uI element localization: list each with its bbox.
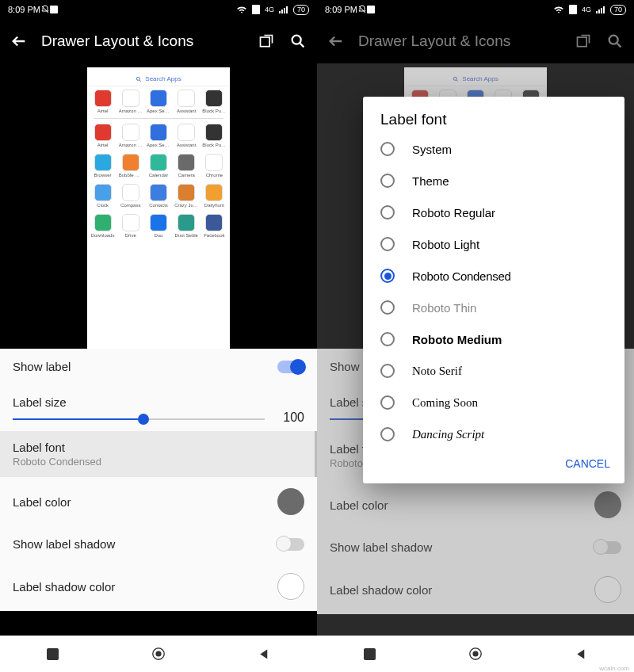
- app-item: Duo: [147, 214, 170, 238]
- battery-icon: 70: [293, 5, 309, 15]
- radio-icon: [380, 142, 395, 156]
- nav-back-icon[interactable]: [257, 647, 271, 661]
- show-label-text: Show label: [13, 360, 277, 373]
- font-option-label: Dancing Script: [412, 428, 484, 441]
- settings-panel: Show label Label size 100 Label font Rob…: [0, 349, 317, 611]
- status-bar: 8:09 PM 4G 70: [0, 0, 317, 19]
- svg-rect-1: [252, 5, 260, 14]
- svg-point-3: [292, 36, 301, 44]
- signal-icon: [596, 6, 605, 13]
- app-item: Airtel: [91, 90, 115, 113]
- app-item: Assistant: [174, 90, 198, 113]
- status-bar: 8:09 PM 4G 70: [317, 0, 634, 19]
- show-label-switch[interactable]: [277, 361, 304, 373]
- page-title: Drawer Layout & Icons: [358, 32, 561, 50]
- sim-icon: [252, 5, 260, 14]
- font-option[interactable]: Roboto Condensed: [363, 260, 624, 292]
- font-option[interactable]: Dancing Script: [363, 418, 624, 450]
- label-size-value: 100: [283, 410, 304, 425]
- shadow-color-swatch[interactable]: [277, 573, 304, 600]
- font-option[interactable]: Coming Soon: [363, 387, 624, 418]
- label-font-dialog: Label font SystemThemeRoboto RegularRobo…: [363, 97, 624, 483]
- show-shadow-switch[interactable]: [277, 538, 304, 551]
- app-item: Browser: [91, 154, 115, 178]
- font-option[interactable]: Roboto Light: [363, 228, 624, 260]
- cancel-button[interactable]: CANCEL: [565, 457, 610, 470]
- label-size-text: Label size: [13, 384, 304, 418]
- app-item: Facebook: [202, 214, 226, 238]
- navigation-bar: [317, 636, 634, 672]
- app-item: Crazy Juicer: [174, 184, 198, 208]
- svg-rect-9: [569, 5, 577, 14]
- drawer-search: Search Apps: [89, 72, 228, 86]
- app-item: Bubble Story: [119, 154, 143, 178]
- svg-point-15: [472, 651, 478, 656]
- app-item: Airtel: [91, 124, 115, 147]
- font-option-label: Roboto Regular: [412, 206, 495, 220]
- app-item: Amazon Sh…: [119, 90, 143, 113]
- svg-rect-2: [261, 37, 270, 47]
- label-color-row[interactable]: Label color: [0, 477, 317, 526]
- font-option[interactable]: Theme: [363, 165, 624, 197]
- battery-icon: 70: [610, 5, 626, 15]
- app-item: Chrome: [202, 154, 226, 178]
- sim-icon: [569, 5, 577, 14]
- notification-mute-icon: [357, 5, 367, 14]
- app-bar: Drawer Layout & Icons: [317, 19, 634, 63]
- font-option[interactable]: Roboto Thin: [363, 292, 624, 323]
- font-option-label: Roboto Medium: [412, 333, 502, 346]
- font-option-label: Roboto Light: [412, 238, 479, 251]
- radio-icon: [380, 300, 395, 315]
- network-label: 4G: [265, 6, 274, 13]
- drawer-preview: Search Apps AirtelAmazon Sh…Apex Settin……: [87, 67, 230, 349]
- font-option[interactable]: Roboto Regular: [363, 197, 624, 228]
- app-item: Dailyhunt: [202, 184, 226, 208]
- radio-icon: [380, 332, 395, 346]
- app-item: Apex Settin…: [147, 124, 170, 147]
- app-item: Compass: [119, 184, 143, 208]
- font-option-label: System: [412, 143, 452, 156]
- shadow-color-row[interactable]: Label shadow color: [0, 562, 317, 611]
- radio-icon: [380, 174, 395, 188]
- preview-area: Search Apps AirtelAmazon Sh…Apex Settin……: [0, 63, 317, 349]
- radio-icon: [380, 237, 395, 251]
- font-option[interactable]: Noto Serif: [363, 355, 624, 387]
- nav-home-icon[interactable]: [151, 647, 166, 661]
- export-icon: [574, 32, 593, 51]
- font-option[interactable]: Roboto Medium: [363, 323, 624, 355]
- label-font-text: Label font: [13, 441, 65, 454]
- show-shadow-row[interactable]: Show label shadow: [0, 526, 317, 562]
- nav-recent-icon[interactable]: [46, 647, 60, 661]
- navigation-bar: [0, 636, 317, 672]
- radio-icon: [380, 364, 395, 378]
- app-item: Drive: [119, 214, 143, 238]
- wifi-icon: [553, 5, 564, 14]
- back-icon[interactable]: [10, 32, 29, 51]
- label-font-row[interactable]: Label font Roboto Condensed: [0, 431, 317, 477]
- label-color-text: Label color: [13, 495, 277, 509]
- svg-point-11: [609, 36, 618, 44]
- font-option-label: Theme: [412, 174, 449, 188]
- app-item: Downloads: [91, 214, 115, 238]
- nav-home-icon[interactable]: [468, 647, 483, 661]
- nav-back-icon[interactable]: [574, 647, 588, 661]
- app-item: Block Puzzl…: [202, 90, 226, 113]
- search-icon[interactable]: [288, 32, 307, 51]
- clock: 8:09 PM: [8, 5, 40, 14]
- nav-recent-icon[interactable]: [363, 647, 377, 661]
- label-size-row[interactable]: Label size 100: [0, 384, 317, 431]
- signal-icon: [279, 6, 288, 13]
- font-option-label: Roboto Thin: [412, 301, 476, 315]
- radio-icon: [380, 395, 395, 410]
- font-option[interactable]: System: [363, 133, 624, 165]
- export-icon[interactable]: [257, 32, 276, 51]
- label-color-swatch[interactable]: [277, 488, 304, 515]
- radio-icon: [380, 269, 395, 283]
- svg-rect-8: [367, 6, 375, 13]
- notification-mute-icon: [40, 5, 50, 14]
- svg-rect-5: [47, 648, 59, 660]
- svg-rect-13: [364, 648, 376, 660]
- show-label-row[interactable]: Show label: [0, 349, 317, 384]
- label-size-slider[interactable]: [13, 418, 265, 420]
- clock: 8:09 PM: [325, 5, 357, 14]
